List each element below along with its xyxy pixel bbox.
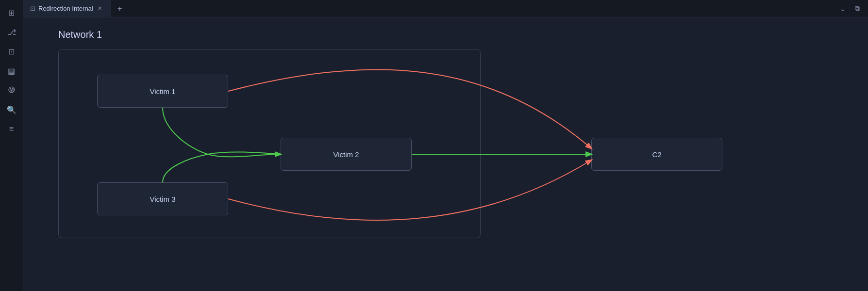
split-button[interactable]: ⧉	[851, 2, 864, 16]
metasploit-icon[interactable]: Ⓜ	[3, 81, 20, 99]
image-icon[interactable]: ▦	[3, 62, 20, 80]
list-icon[interactable]: ≡	[3, 120, 20, 138]
branch-icon[interactable]: ⎇	[3, 23, 20, 41]
tab-close-button[interactable]: ✕	[96, 5, 104, 13]
node-c2[interactable]: C2	[591, 138, 722, 171]
tab-actions: ⌄ ⧉	[832, 0, 868, 17]
tab-add-button[interactable]: +	[111, 0, 129, 17]
node-victim3[interactable]: Victim 3	[97, 182, 228, 215]
canvas[interactable]: Network 1 Victim 1 Victim 2 Victim 3 C2	[23, 17, 868, 291]
collapse-button[interactable]: ⌄	[836, 2, 850, 16]
main-area: ⊡ Redirection Internal ✕ + ⌄ ⧉ Network 1…	[23, 0, 868, 291]
sidebar: ⊞ ⎇ ⊡ ▦ Ⓜ 🔍 ≡	[0, 0, 23, 291]
tab-redirection-internal[interactable]: ⊡ Redirection Internal ✕	[23, 0, 111, 17]
tab-icon: ⊡	[30, 5, 35, 12]
tab-spacer	[129, 0, 832, 17]
dashboard-icon[interactable]: ⊡	[3, 43, 20, 60]
node-victim2[interactable]: Victim 2	[281, 138, 412, 171]
search-icon[interactable]: 🔍	[3, 101, 20, 118]
tabbar: ⊡ Redirection Internal ✕ + ⌄ ⧉	[23, 0, 868, 17]
grid-icon[interactable]: ⊞	[3, 4, 20, 21]
node-victim1[interactable]: Victim 1	[97, 75, 228, 108]
network-label: Network 1	[58, 29, 102, 40]
tab-label: Redirection Internal	[38, 5, 93, 12]
